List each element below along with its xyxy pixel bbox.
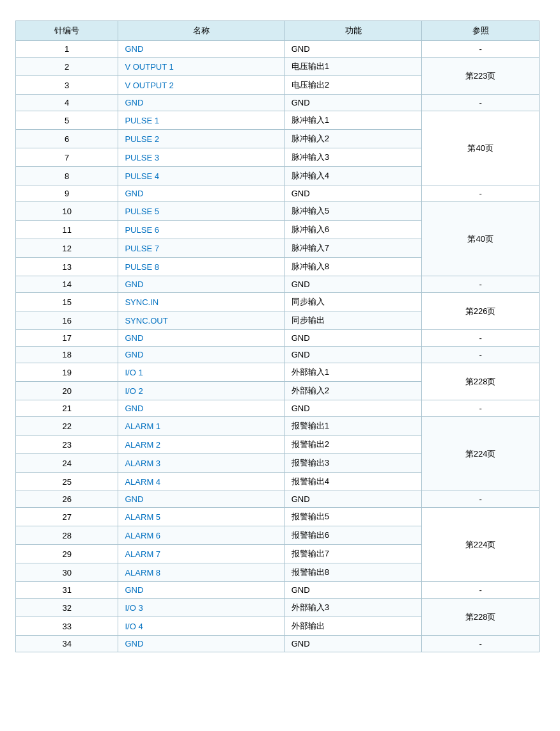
- pin-function: GND: [284, 185, 422, 202]
- table-row: 22ALARM 1报警输出1第224页: [16, 417, 540, 436]
- pin-function: GND: [284, 491, 422, 508]
- pin-reference: -: [422, 330, 540, 347]
- terminal-table: 针编号名称功能参照 1GNDGND-2V OUTPUT 1电压输出1第223页3…: [15, 20, 540, 652]
- pin-function: GND: [284, 95, 422, 111]
- pin-function: GND: [284, 582, 422, 599]
- pin-function: GND: [284, 41, 422, 58]
- pin-function: 报警输出1: [284, 417, 422, 436]
- pin-function: 报警输出7: [284, 545, 422, 563]
- pin-number: 14: [16, 276, 118, 293]
- table-row: 15SYNC.IN同步输入第226页: [16, 293, 540, 311]
- pin-name: GND: [118, 491, 284, 508]
- pin-number: 1: [16, 41, 118, 58]
- pin-function: 脉冲输入3: [284, 148, 422, 167]
- pin-function: 脉冲输入5: [284, 202, 422, 221]
- pin-reference: -: [422, 95, 540, 111]
- table-row: 34GNDGND-: [16, 636, 540, 652]
- table-row: 26GNDGND-: [16, 491, 540, 508]
- pin-reference: -: [422, 400, 540, 417]
- pin-name: GND: [118, 185, 284, 202]
- pin-name: SYNC.IN: [118, 293, 284, 311]
- pin-reference: -: [422, 636, 540, 652]
- pin-number: 27: [16, 508, 118, 526]
- pin-name: ALARM 4: [118, 473, 284, 491]
- pin-name: GND: [118, 636, 284, 652]
- pin-number: 15: [16, 293, 118, 311]
- pin-number: 24: [16, 454, 118, 473]
- pin-name: PULSE 8: [118, 258, 284, 276]
- pin-number: 18: [16, 347, 118, 363]
- pin-name: ALARM 8: [118, 563, 284, 582]
- pin-reference: -: [422, 491, 540, 508]
- pin-function: GND: [284, 400, 422, 417]
- pin-function: 报警输出2: [284, 436, 422, 454]
- pin-function: 报警输出3: [284, 454, 422, 473]
- pin-name: PULSE 7: [118, 239, 284, 258]
- pin-name: I/O 2: [118, 382, 284, 400]
- pin-name: GND: [118, 400, 284, 417]
- pin-number: 20: [16, 382, 118, 400]
- pin-function: 脉冲输入6: [284, 221, 422, 239]
- pin-name: I/O 3: [118, 599, 284, 617]
- pin-number: 10: [16, 202, 118, 221]
- pin-number: 33: [16, 617, 118, 636]
- pin-name: V OUTPUT 2: [118, 76, 284, 95]
- table-row: 17GNDGND-: [16, 330, 540, 347]
- pin-reference: -: [422, 582, 540, 599]
- pin-function: 外部输出: [284, 617, 422, 636]
- pin-name: PULSE 6: [118, 221, 284, 239]
- pin-function: 报警输出8: [284, 563, 422, 582]
- pin-number: 26: [16, 491, 118, 508]
- table-row: 18GNDGND-: [16, 347, 540, 363]
- table-row: 10PULSE 5脉冲输入5第40页: [16, 202, 540, 221]
- table-row: 2V OUTPUT 1电压输出1第223页: [16, 58, 540, 76]
- pin-number: 13: [16, 258, 118, 276]
- pin-function: 电压输出1: [284, 58, 422, 76]
- pin-name: PULSE 2: [118, 130, 284, 148]
- pin-function: GND: [284, 276, 422, 293]
- pin-name: I/O 1: [118, 363, 284, 382]
- pin-reference: 第224页: [422, 508, 540, 582]
- pin-name: ALARM 3: [118, 454, 284, 473]
- column-header-针编号: 针编号: [16, 21, 118, 41]
- pin-name: GND: [118, 95, 284, 111]
- pin-function: 外部输入1: [284, 363, 422, 382]
- pin-number: 21: [16, 400, 118, 417]
- pin-reference: 第40页: [422, 111, 540, 185]
- table-row: 32I/O 3外部输入3第228页: [16, 599, 540, 617]
- pin-number: 28: [16, 526, 118, 545]
- column-header-功能: 功能: [284, 21, 422, 41]
- pin-number: 12: [16, 239, 118, 258]
- table-row: 31GNDGND-: [16, 582, 540, 599]
- pin-function: 脉冲输入8: [284, 258, 422, 276]
- pin-function: 脉冲输入4: [284, 167, 422, 185]
- pin-name: GND: [118, 330, 284, 347]
- pin-name: ALARM 2: [118, 436, 284, 454]
- pin-function: 报警输出4: [284, 473, 422, 491]
- pin-number: 25: [16, 473, 118, 491]
- pin-number: 34: [16, 636, 118, 652]
- pin-function: 外部输入3: [284, 599, 422, 617]
- pin-name: ALARM 1: [118, 417, 284, 436]
- pin-function: 电压输出2: [284, 76, 422, 95]
- pin-function: GND: [284, 330, 422, 347]
- table-row: 1GNDGND-: [16, 41, 540, 58]
- pin-name: GND: [118, 582, 284, 599]
- pin-number: 9: [16, 185, 118, 202]
- pin-reference: 第228页: [422, 363, 540, 400]
- table-row: 5PULSE 1脉冲输入1第40页: [16, 111, 540, 130]
- pin-name: I/O 4: [118, 617, 284, 636]
- pin-reference: -: [422, 276, 540, 293]
- pin-number: 2: [16, 58, 118, 76]
- pin-name: GND: [118, 276, 284, 293]
- pin-name: GND: [118, 347, 284, 363]
- column-header-参照: 参照: [422, 21, 540, 41]
- table-row: 19I/O 1外部输入1第228页: [16, 363, 540, 382]
- pin-function: 脉冲输入1: [284, 111, 422, 130]
- pin-number: 17: [16, 330, 118, 347]
- table-row: 14GNDGND-: [16, 276, 540, 293]
- pin-number: 29: [16, 545, 118, 563]
- pin-function: GND: [284, 636, 422, 652]
- pin-name: ALARM 6: [118, 526, 284, 545]
- pin-function: GND: [284, 347, 422, 363]
